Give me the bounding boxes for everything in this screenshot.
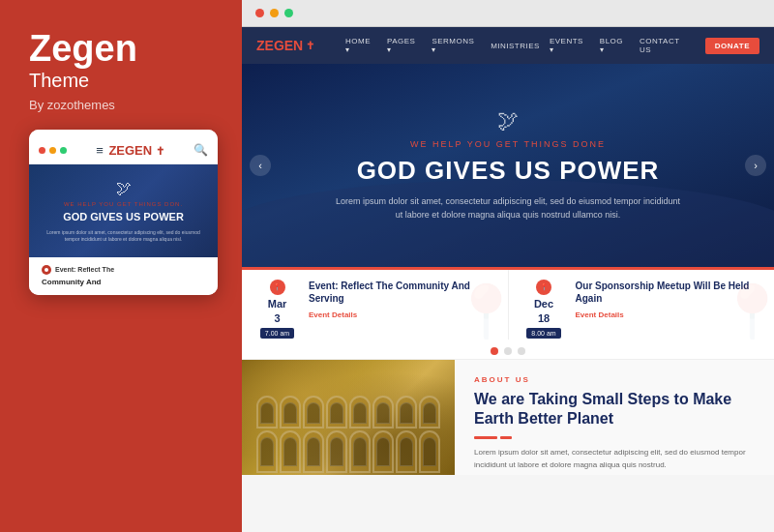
event-card-2: 📍 Dec 18 8.00 am Our Sponsorship Meetup … — [509, 270, 775, 340]
about-label: ABOUT US — [474, 375, 755, 384]
arch-14 — [372, 430, 394, 473]
arch-16 — [419, 430, 440, 473]
arch-row-2 — [256, 430, 440, 473]
event-1-date-block: 📍 Mar 3 7.00 am — [255, 280, 299, 339]
event-2-date-block: 📍 Dec 18 8.00 am — [522, 280, 566, 339]
arch-1 — [256, 396, 278, 429]
mobile-logo-text: ZEGEN ✝ — [108, 143, 164, 158]
bottom-image — [242, 360, 455, 475]
event-1-icon: 📍 — [270, 280, 285, 295]
brand-by: By zozothemes — [29, 98, 223, 112]
mobile-dot-red — [39, 147, 45, 154]
arch-7 — [396, 396, 417, 429]
mobile-dove-icon: 🕊 — [39, 180, 208, 197]
mobile-logo: ≡ ZEGEN ✝ — [96, 143, 164, 158]
mobile-event-dot-icon — [42, 265, 51, 275]
about-section: ABOUT US We are Taking Small Steps to Ma… — [455, 360, 774, 475]
mobile-dot-green — [60, 147, 67, 154]
brand-subtitle: Theme — [29, 70, 223, 92]
nav-pages[interactable]: PAGES ▾ — [387, 37, 422, 54]
nav-events[interactable]: EVENTS ▾ — [550, 37, 590, 54]
donate-button[interactable]: DONATE — [705, 38, 759, 54]
mobile-event-card: Event: Reflect The Community And — [29, 257, 218, 295]
hero-desc: Lorem ipsum dolor sit amet, consectetur … — [334, 194, 682, 222]
hero-content: 🕊 WE HELP YOU GET THINGS DONE GOD GIVES … — [242, 64, 774, 267]
event-1-month: Mar — [268, 299, 287, 310]
event-2-day: 18 — [538, 313, 550, 324]
event-card-1: 📍 Mar 3 7.00 am Event: Reflect The Commu… — [242, 270, 509, 340]
mobile-browser-dots — [39, 147, 67, 154]
arch-13 — [349, 430, 371, 473]
nav-contact[interactable]: CONTACT US — [640, 37, 694, 54]
mobile-hero: 🕊 WE HELP YOU GET THINGS DON. GOD GIVES … — [29, 164, 218, 257]
nav-blog[interactable]: BLOG ▾ — [600, 37, 630, 54]
arch-3 — [303, 396, 324, 429]
bottom-section: ABOUT US We are Taking Small Steps to Ma… — [242, 359, 774, 475]
pagination-dot-3[interactable] — [518, 347, 525, 355]
arch-5 — [349, 396, 371, 429]
about-title: We are Taking Small Steps to Make Earth … — [474, 390, 755, 429]
mobile-event-date-text: Event: Reflect The — [55, 266, 114, 273]
nav-sermons[interactable]: SERMONS ▾ — [432, 37, 481, 54]
event-2-bg-icon: 📍 — [716, 281, 774, 340]
site-nav: HOME ▾ PAGES ▾ SERMONS ▾ MINISTRIES EVEN… — [345, 37, 694, 54]
hero-title: GOD GIVES US POWER — [357, 157, 660, 185]
event-1-day: 3 — [274, 313, 280, 324]
divider-line-1 — [474, 436, 497, 439]
mobile-search-icon[interactable]: 🔍 — [194, 143, 208, 157]
mobile-hero-content: 🕊 WE HELP YOU GET THINGS DON. GOD GIVES … — [39, 180, 208, 244]
about-divider — [474, 436, 755, 439]
browser-dot-red — [255, 9, 264, 17]
pagination-dots — [242, 340, 774, 359]
brand-title: Zegen — [29, 29, 223, 70]
arch-12 — [326, 430, 347, 473]
arch-9 — [256, 430, 278, 473]
hero-next-arrow[interactable]: › — [745, 155, 766, 176]
event-1-time: 7.00 am — [260, 328, 294, 339]
hero-dove-icon: 🕊 — [497, 108, 519, 133]
nav-ministries[interactable]: MINISTRIES — [491, 42, 540, 50]
divider-line-2 — [500, 436, 512, 439]
browser-dot-green — [284, 9, 293, 17]
arch-6 — [372, 396, 394, 429]
pagination-dot-2[interactable] — [504, 347, 512, 355]
nav-home[interactable]: HOME ▾ — [345, 37, 377, 54]
mobile-hero-title: GOD GIVES US POWER — [39, 211, 208, 223]
event-2-icon: 📍 — [536, 280, 551, 295]
right-panel: ZEGEN ✝ HOME ▾ PAGES ▾ SERMONS ▾ MINISTR… — [242, 0, 774, 532]
mobile-event-title: Community And — [42, 278, 208, 287]
mobile-dot-yellow — [49, 147, 56, 154]
pagination-dot-1[interactable] — [491, 347, 498, 355]
event-1-bg-icon: 📍 — [450, 281, 509, 340]
arch-row-1 — [256, 396, 440, 429]
mobile-hero-desc: Lorem ipsum dolor sit amet, consectetur … — [39, 229, 208, 244]
about-desc: Lorem ipsum dolor sit amet, consectetur … — [474, 447, 755, 472]
event-2-time: 8.00 am — [526, 328, 560, 339]
browser-dot-yellow — [270, 9, 279, 17]
mobile-event-date: Event: Reflect The — [42, 265, 208, 275]
browser-chrome — [242, 0, 774, 27]
mobile-preview: ≡ ZEGEN ✝ 🔍 🕊 WE HELP YOU GET THINGS DON… — [29, 130, 218, 296]
hero-tagline: WE HELP YOU GET THINGS DONE — [410, 139, 606, 149]
arch-15 — [396, 430, 417, 473]
arch-11 — [303, 430, 324, 473]
arch-4 — [326, 396, 347, 429]
arch-2 — [280, 396, 301, 429]
mobile-top-bar: ≡ ZEGEN ✝ 🔍 — [29, 130, 218, 164]
mobile-tagline: WE HELP YOU GET THINGS DON. — [39, 201, 208, 207]
events-strip: 📍 Mar 3 7.00 am Event: Reflect The Commu… — [242, 267, 774, 340]
site-logo: ZEGEN ✝ — [256, 38, 334, 53]
arch-10 — [280, 430, 301, 473]
hero-prev-arrow[interactable]: ‹ — [250, 155, 271, 176]
left-panel: Zegen Theme By zozothemes ≡ ZEGEN ✝ 🔍 🕊 … — [0, 0, 242, 532]
site-hero: 🕊 WE HELP YOU GET THINGS DONE GOD GIVES … — [242, 64, 774, 267]
site-header: ZEGEN ✝ HOME ▾ PAGES ▾ SERMONS ▾ MINISTR… — [242, 27, 774, 64]
arch-8 — [419, 396, 440, 429]
event-2-month: Dec — [534, 299, 553, 310]
arch-pattern — [242, 360, 455, 475]
